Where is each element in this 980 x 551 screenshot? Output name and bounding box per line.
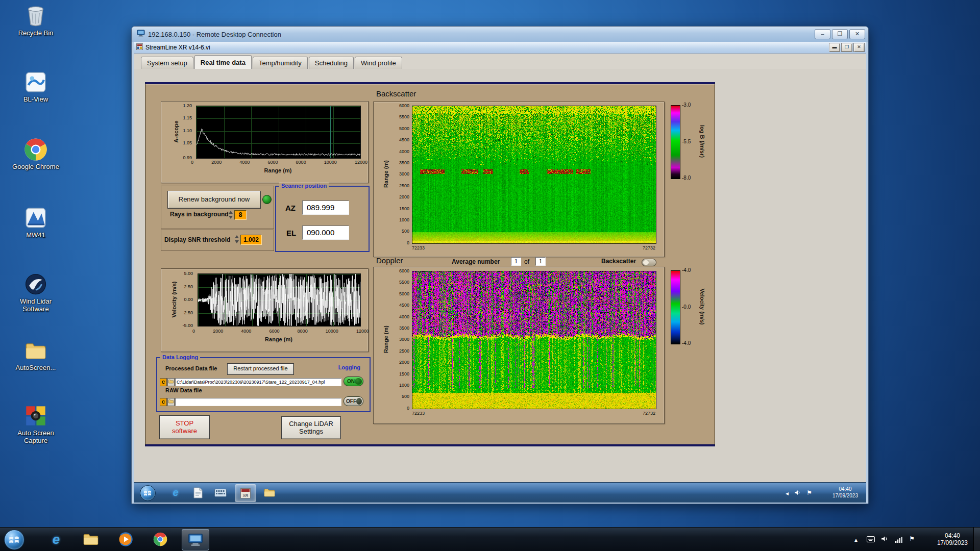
tick-label: 72233 — [412, 245, 425, 251]
taskbar-remote-desktop-active[interactable] — [182, 529, 209, 550]
average-number-label: Average number — [452, 258, 500, 265]
backscatter-toggle[interactable] — [642, 259, 656, 266]
taskbar-chrome[interactable] — [149, 529, 172, 549]
tick-label: 1.05 — [183, 140, 192, 145]
tick-label: 5000 — [399, 126, 409, 131]
tray-keyboard-icon[interactable] — [867, 535, 875, 544]
taskbar-clock[interactable]: 04:40 17/09/2023 — [937, 532, 968, 546]
remote-start-button[interactable] — [140, 485, 156, 501]
tick-label: 1.20 — [183, 103, 192, 108]
desktop-icon-mw41[interactable]: MW41 — [8, 206, 63, 239]
tray-network-icon[interactable] — [895, 536, 902, 545]
rdp-close-button[interactable]: ✕ — [849, 29, 865, 39]
start-button[interactable] — [4, 530, 24, 550]
app-minimize-button[interactable]: ▬ — [829, 43, 840, 52]
processed-logging-toggle[interactable]: ON — [344, 377, 363, 386]
az-value[interactable]: 089.999 — [302, 201, 349, 215]
snr-group: Display SNR threshold 1.002 — [161, 230, 274, 251]
stop-software-button[interactable]: STOP software — [159, 415, 210, 439]
tab-wind-profile[interactable]: Wind profile — [355, 57, 402, 69]
folder-icon — [83, 533, 99, 545]
app-close-button[interactable]: ✕ — [853, 43, 865, 52]
tick-label: 3000 — [399, 171, 409, 177]
tick-label: 0.00 — [184, 297, 193, 302]
ascope-xlabel: Range (m) — [196, 167, 360, 173]
tab-system-setup[interactable]: System setup — [141, 57, 193, 69]
ascope-plot — [196, 106, 361, 159]
raw-file-label: RAW Data file — [165, 387, 202, 393]
desktop-icon-recycle-bin[interactable]: Recycle Bin — [8, 4, 63, 37]
remote-network-icon[interactable]: ⚑ — [806, 489, 812, 496]
remote-taskbar-folder[interactable] — [259, 484, 280, 501]
stop-line2: software — [160, 427, 209, 435]
hidden-icons-chevron[interactable]: ▴ — [854, 536, 857, 543]
remote-volume-icon[interactable] — [794, 489, 801, 498]
taskbar-media-player[interactable] — [114, 529, 137, 549]
app-window: StreamLine XR v14-6.vi ▬ ❐ ✕ System setu… — [134, 42, 866, 483]
remote-tray-chevron-icon[interactable]: ◂ — [786, 490, 789, 497]
tick-label: 0 — [407, 240, 409, 245]
rdp-minimize-button[interactable]: – — [815, 29, 830, 39]
remote-clock[interactable]: 04:40 17/09/2023 — [832, 486, 858, 499]
browse-folder-icon[interactable] — [167, 378, 175, 386]
raw-drive-selector[interactable]: C — [160, 398, 167, 406]
tick-label: 4500 — [399, 137, 409, 142]
rays-label: Rays in background — [170, 211, 229, 218]
rdp-window-icon — [137, 30, 145, 39]
app-restore-button[interactable]: ❐ — [841, 43, 852, 52]
snr-value[interactable]: 1.002 — [240, 235, 262, 245]
tick-label: 1.15 — [183, 115, 192, 120]
processed-path-field[interactable]: C:\Lidar\Data\Proc\2023\202309\20230917\… — [175, 378, 341, 386]
tick-label: 5500 — [399, 114, 409, 119]
taskbar-explorer[interactable] — [80, 529, 102, 549]
doppler-yticks: 6000550050004500400035003000250020001500… — [388, 268, 409, 411]
az-label: AZ — [285, 204, 296, 212]
desktop-icon-wind-lidar[interactable]: Wind Lidar Software — [8, 272, 63, 313]
remote-taskbar-document[interactable] — [188, 484, 208, 501]
raw-logging-toggle[interactable]: OFF — [344, 396, 363, 406]
restart-processed-file-button[interactable]: Restart processed file — [227, 363, 294, 375]
desktop-icon-google-chrome[interactable]: Google Chrome — [8, 138, 63, 170]
raw-path-field[interactable] — [175, 398, 341, 406]
tick-label: -0.0 — [682, 305, 691, 310]
desktop-icon-label: Recycle Bin — [8, 29, 63, 37]
app-titlebar[interactable]: StreamLine XR v14-6.vi ▬ ❐ ✕ — [134, 42, 866, 54]
remote-taskbar-app-xr[interactable]: XR — [235, 484, 256, 502]
desktop-icon-auto-screen-capture[interactable]: Auto Screen Capture — [8, 404, 63, 444]
taskbar-internet-explorer[interactable]: e — [45, 529, 67, 549]
mw41-icon — [8, 206, 63, 230]
rays-value[interactable]: 8 — [234, 210, 247, 220]
tick-label: 1500 — [399, 371, 409, 377]
tab-real-time-data[interactable]: Real time data — [194, 55, 252, 69]
backscatter-heatmap — [412, 106, 656, 244]
rdp-titlebar[interactable]: 192.168.0.150 - Remote Desktop Connectio… — [132, 27, 868, 42]
tick-label: 2000 — [399, 360, 409, 365]
remote-taskbar-keyboard[interactable] — [210, 484, 231, 501]
desktop-icon-autoscreen[interactable]: AutoScreen... — [8, 339, 63, 371]
tab-temp-humidity[interactable]: Temp/humidity — [253, 57, 308, 69]
show-desktop-button[interactable] — [973, 528, 980, 551]
el-value[interactable]: 090.000 — [302, 226, 349, 240]
rays-spinner[interactable] — [229, 210, 233, 219]
tick-label: 0 — [192, 329, 195, 334]
tab-scheduling[interactable]: Scheduling — [309, 57, 354, 69]
tick-label: 500 — [402, 394, 409, 399]
average-total-value[interactable]: 1 — [535, 257, 546, 266]
desktop-icon-bl-view[interactable]: BL-View — [8, 70, 63, 103]
data-logging-title: Data Logging — [160, 354, 200, 360]
snr-spinner[interactable] — [235, 235, 239, 244]
tray-flag-icon[interactable]: ⚑ — [909, 535, 915, 542]
rdp-maximize-button[interactable]: ❐ — [832, 29, 848, 39]
raw-browse-folder-icon[interactable] — [167, 398, 175, 406]
svg-text:XR: XR — [242, 493, 248, 498]
renew-background-button[interactable]: Renew background now — [167, 191, 261, 209]
tick-label: 3500 — [399, 160, 409, 165]
remote-taskbar-ie[interactable]: e — [165, 484, 186, 501]
change-lidar-settings-button[interactable]: Change LiDAR Settings — [281, 416, 341, 439]
drive-selector[interactable]: C — [160, 378, 167, 386]
off-label: OFF — [344, 398, 356, 404]
tick-label: 8000 — [296, 160, 306, 165]
tick-label: -5.00 — [182, 323, 193, 328]
average-number-value[interactable]: 1 — [511, 257, 521, 266]
tray-volume-icon[interactable] — [881, 535, 888, 544]
